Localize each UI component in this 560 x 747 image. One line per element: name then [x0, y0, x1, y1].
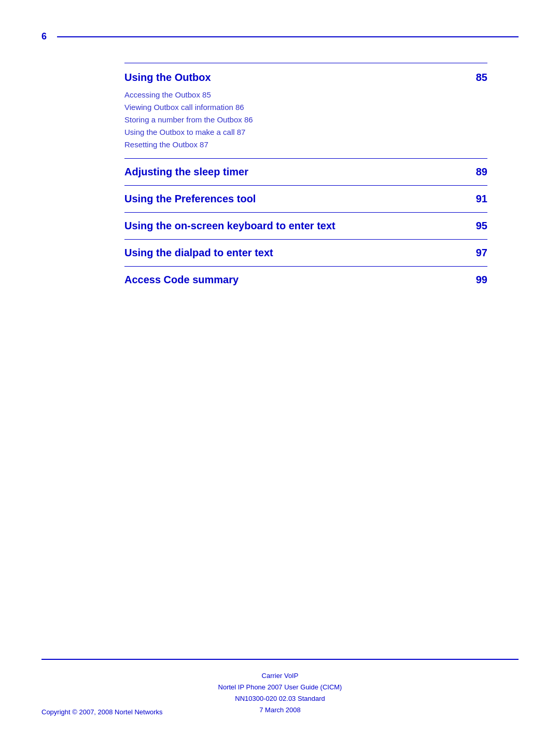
toc-heading-sleep-timer: Adjusting the sleep timer: [124, 166, 248, 178]
toc-heading-using-outbox: Using the Outbox: [124, 72, 211, 84]
page-container: 6 Using the Outbox 85 Accessing the Outb…: [0, 0, 560, 747]
list-item: Resetting the Outbox 87: [124, 139, 487, 151]
toc-sub-items-using-outbox: Accessing the Outbox 85 Viewing Outbox c…: [124, 89, 487, 158]
page-number: 6: [41, 31, 47, 42]
toc-page-onscreen-keyboard: 95: [467, 220, 487, 232]
top-bar: 6: [41, 31, 519, 42]
footer-line1: Carrier VoIP: [262, 672, 299, 680]
footer-line4: 7 March 2008: [259, 706, 301, 714]
toc-page-sleep-timer: 89: [467, 166, 487, 178]
footer-copyright: Copyright © 2007, 2008 Nortel Networks: [41, 708, 163, 716]
footer-line2: Nortel IP Phone 2007 User Guide (CICM): [218, 683, 342, 691]
toc-entry-access-code: Access Code summary 99: [124, 266, 487, 293]
footer-line3: NN10300-020 02.03 Standard: [235, 695, 325, 702]
footer-rule: [41, 659, 519, 660]
toc-heading-access-code: Access Code summary: [124, 274, 239, 286]
toc-page-using-outbox: 85: [467, 72, 487, 84]
toc-entry-dialpad: Using the dialpad to enter text 97: [124, 239, 487, 266]
list-item: Storing a number from the Outbox 86: [124, 114, 487, 126]
content-area: Using the Outbox 85 Accessing the Outbox…: [124, 63, 487, 293]
list-item: Using the Outbox to make a call 87: [124, 126, 487, 139]
top-rule: [57, 36, 519, 37]
list-item: Viewing Outbox call information 86: [124, 101, 487, 114]
list-item: Accessing the Outbox 85: [124, 89, 487, 101]
toc-entry-sleep-timer: Adjusting the sleep timer 89: [124, 158, 487, 185]
footer: Carrier VoIP Nortel IP Phone 2007 User G…: [41, 659, 519, 716]
toc-entry-preferences: Using the Preferences tool 91: [124, 185, 487, 212]
toc-page-preferences: 91: [467, 193, 487, 205]
toc-page-access-code: 99: [467, 274, 487, 286]
toc-heading-onscreen-keyboard: Using the on-screen keyboard to enter te…: [124, 220, 335, 232]
toc-section-using-outbox: Using the Outbox 85 Accessing the Outbox…: [124, 63, 487, 158]
toc-heading-preferences: Using the Preferences tool: [124, 193, 256, 205]
toc-entry-using-outbox: Using the Outbox 85: [124, 72, 487, 89]
toc-page-dialpad: 97: [467, 247, 487, 259]
toc-entry-onscreen-keyboard: Using the on-screen keyboard to enter te…: [124, 212, 487, 239]
toc-heading-dialpad: Using the dialpad to enter text: [124, 247, 273, 259]
